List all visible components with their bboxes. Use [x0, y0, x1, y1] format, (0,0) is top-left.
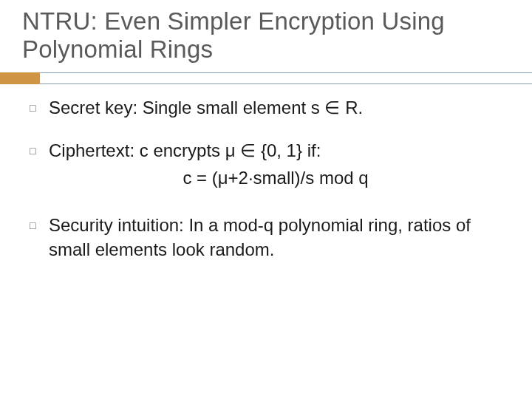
list-item-text: Secret key: Single small element s ∈ R.	[49, 96, 502, 120]
list-item: □ Ciphertext: c encrypts μ ∈ {0, 1} if: …	[30, 139, 502, 194]
list-item-text: Ciphertext: c encrypts μ ∈ {0, 1} if: c …	[49, 139, 502, 194]
title-underline	[0, 72, 532, 84]
divider-line	[40, 72, 532, 84]
list-item-lead: Ciphertext: c encrypts μ ∈ {0, 1} if:	[49, 140, 321, 160]
list-item: □ Secret key: Single small element s ∈ R…	[30, 96, 502, 120]
slide-title: NTRU: Even Simpler Encryption Using Poly…	[22, 7, 510, 64]
bullet-icon: □	[30, 214, 49, 262]
list-item-text: Security intuition: In a mod-q polynomia…	[49, 214, 502, 262]
bullet-icon: □	[30, 96, 49, 120]
accent-block	[0, 72, 40, 84]
formula-text: c = (μ+2·small)/s mod q	[49, 166, 502, 190]
slide-body: □ Secret key: Single small element s ∈ R…	[30, 96, 502, 281]
slide: NTRU: Even Simpler Encryption Using Poly…	[0, 0, 532, 399]
bullet-icon: □	[30, 139, 49, 194]
list-item: □ Security intuition: In a mod-q polynom…	[30, 214, 502, 262]
